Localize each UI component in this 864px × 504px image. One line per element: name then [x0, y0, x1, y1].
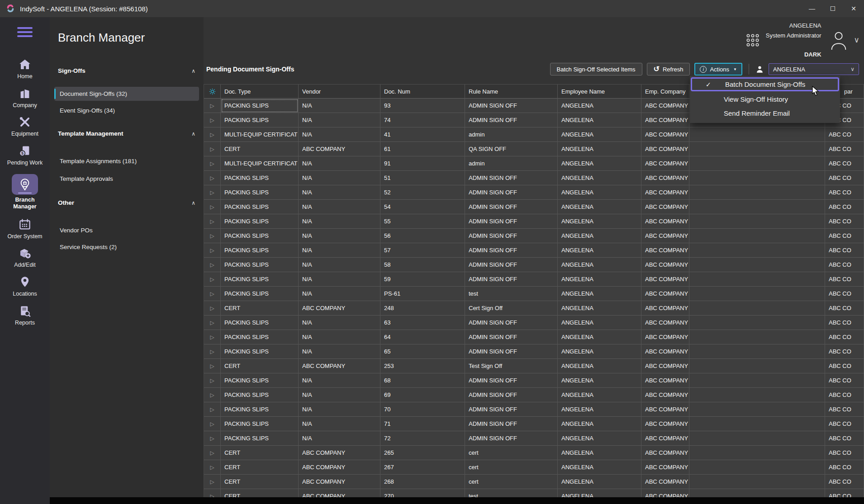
cell-employee-name[interactable]: ANGELENA [558, 171, 641, 185]
table-row[interactable]: ▷ CERT ABC COMPANY 61 QA SIGN OFF ANGELE… [204, 142, 864, 156]
cell-extra[interactable] [689, 214, 825, 229]
table-row[interactable]: ▷ PACKING SLIPS N/A 72 ADMIN SIGN OFF AN… [204, 431, 864, 446]
cell-emp-company[interactable]: ABC COMPANY [641, 243, 689, 258]
cell-extra[interactable] [689, 373, 825, 388]
cell-employee-name[interactable]: ANGELENA [558, 272, 641, 287]
cell-employee-name[interactable]: ANGELENA [558, 127, 641, 142]
cell-employee-name[interactable]: ANGELENA [558, 330, 641, 344]
row-expander[interactable]: ▷ [204, 243, 221, 258]
cell-rule-name[interactable]: admin [465, 156, 558, 171]
actions-button[interactable]: i Actions ▼ [694, 63, 742, 75]
cell-rule-name[interactable]: ADMIN SIGN OFF [465, 171, 558, 185]
cell-doc-type[interactable]: PACKING SLIPS [221, 200, 299, 214]
cell-doc-type[interactable]: CERT [221, 475, 299, 489]
cell-emp-company[interactable]: ABC COMPANY [641, 185, 689, 200]
cell-employee-name[interactable]: ANGELENA [558, 287, 641, 301]
row-expander[interactable]: ▷ [204, 156, 221, 171]
cell-doc-type[interactable]: PACKING SLIPS [221, 185, 299, 200]
cell-doc-num[interactable]: 253 [380, 359, 465, 373]
menu-item-view-sign-off-history[interactable]: View Sign-Off History [690, 92, 840, 106]
table-row[interactable]: ▷ PACKING SLIPS N/A 57 ADMIN SIGN OFF AN… [204, 243, 864, 258]
cell-extra[interactable] [689, 475, 825, 489]
cell-partial[interactable]: ABC CO [825, 475, 864, 489]
cell-doc-type[interactable]: PACKING SLIPS [221, 258, 299, 272]
cell-partial[interactable]: ABC CO [825, 446, 864, 460]
cell-doc-num[interactable]: PS-61 [380, 287, 465, 301]
cell-employee-name[interactable]: ANGELENA [558, 229, 641, 243]
cell-partial[interactable]: ABC CO [825, 229, 864, 243]
cell-vendor[interactable]: N/A [299, 171, 380, 185]
cell-rule-name[interactable]: cert [465, 446, 558, 460]
table-row[interactable]: ▷ PACKING SLIPS N/A PS-61 test ANGELENA … [204, 287, 864, 301]
cell-rule-name[interactable]: ADMIN SIGN OFF [465, 417, 558, 431]
cell-doc-num[interactable]: 61 [380, 142, 465, 156]
cell-rule-name[interactable]: ADMIN SIGN OFF [465, 330, 558, 344]
cell-extra[interactable] [689, 446, 825, 460]
cell-doc-type[interactable]: MULTI-EQUIP CERTIFICAT [221, 156, 299, 171]
cell-partial[interactable]: ABC CO [825, 344, 864, 359]
cell-doc-type[interactable]: PACKING SLIPS [221, 402, 299, 417]
cell-partial[interactable]: ABC CO [825, 316, 864, 330]
cell-vendor[interactable]: ABC COMPANY [299, 446, 380, 460]
cell-employee-name[interactable]: ANGELENA [558, 475, 641, 489]
sidebar-item-locations[interactable]: Locations [0, 275, 50, 298]
cell-doc-num[interactable]: 59 [380, 272, 465, 287]
cell-rule-name[interactable]: ADMIN SIGN OFF [465, 373, 558, 388]
cell-rule-name[interactable]: ADMIN SIGN OFF [465, 344, 558, 359]
sidebar-item-pending-work[interactable]: $ Pending Work [0, 144, 50, 167]
row-expander[interactable]: ▷ [204, 142, 221, 156]
cell-extra[interactable] [689, 200, 825, 214]
panel-item-template-approvals[interactable]: Template Approvals [54, 172, 199, 186]
sidebar-item-home[interactable]: Home [0, 58, 50, 80]
row-expander[interactable]: ▷ [204, 431, 221, 446]
row-expander[interactable]: ▷ [204, 475, 221, 489]
cell-doc-type[interactable]: CERT [221, 359, 299, 373]
cell-emp-company[interactable]: ABC COMPANY [641, 475, 689, 489]
cell-emp-company[interactable]: ABC COMPANY [641, 431, 689, 446]
cell-partial[interactable]: ABC CO [825, 330, 864, 344]
row-expander[interactable]: ▷ [204, 460, 221, 475]
cell-vendor[interactable]: N/A [299, 127, 380, 142]
cell-extra[interactable] [689, 258, 825, 272]
column-header-doc-type[interactable]: Doc. Type [221, 84, 299, 99]
hamburger-menu-icon[interactable] [17, 27, 33, 37]
table-row[interactable]: ▷ MULTI-EQUIP CERTIFICAT N/A 41 admin AN… [204, 127, 864, 142]
cell-rule-name[interactable]: ADMIN SIGN OFF [465, 99, 558, 113]
cell-extra[interactable] [689, 185, 825, 200]
row-expander[interactable]: ▷ [204, 258, 221, 272]
cell-rule-name[interactable]: Test Sign Off [465, 359, 558, 373]
cell-doc-num[interactable]: 57 [380, 243, 465, 258]
cell-doc-type[interactable]: PACKING SLIPS [221, 287, 299, 301]
cell-vendor[interactable]: N/A [299, 214, 380, 229]
cell-partial[interactable]: ABC CO [825, 243, 864, 258]
cell-partial[interactable]: ABC CO [825, 301, 864, 316]
row-expander[interactable]: ▷ [204, 373, 221, 388]
cell-employee-name[interactable]: ANGELENA [558, 243, 641, 258]
cell-rule-name[interactable]: ADMIN SIGN OFF [465, 185, 558, 200]
cell-vendor[interactable]: ABC COMPANY [299, 301, 380, 316]
cell-employee-name[interactable]: ANGELENA [558, 214, 641, 229]
cell-emp-company[interactable]: ABC COMPANY [641, 344, 689, 359]
cell-vendor[interactable]: ABC COMPANY [299, 359, 380, 373]
row-expander[interactable]: ▷ [204, 417, 221, 431]
cell-doc-type[interactable]: CERT [221, 446, 299, 460]
cell-extra[interactable] [689, 330, 825, 344]
cell-extra[interactable] [689, 171, 825, 185]
cell-doc-type[interactable]: PACKING SLIPS [221, 99, 299, 113]
cell-emp-company[interactable]: ABC COMPANY [641, 287, 689, 301]
cell-doc-num[interactable]: 56 [380, 229, 465, 243]
cell-emp-company[interactable]: ABC COMPANY [641, 142, 689, 156]
cell-vendor[interactable]: N/A [299, 330, 380, 344]
section-header-template-management[interactable]: Template Management ∧ [58, 130, 195, 137]
panel-item-template-assignments[interactable]: Template Assignments (181) [54, 154, 199, 168]
cell-partial[interactable]: ABC CO [825, 156, 864, 171]
cell-doc-num[interactable]: 65 [380, 344, 465, 359]
cell-vendor[interactable]: ABC COMPANY [299, 489, 380, 497]
cell-extra[interactable] [689, 489, 825, 497]
cell-extra[interactable] [689, 402, 825, 417]
table-row[interactable]: ▷ PACKING SLIPS N/A 54 ADMIN SIGN OFF AN… [204, 200, 864, 214]
cell-doc-num[interactable]: 41 [380, 127, 465, 142]
cell-extra[interactable] [689, 359, 825, 373]
panel-item-document-sign-offs[interactable]: Document Sign-Offs (32) [54, 87, 199, 101]
section-header-sign-offs[interactable]: Sign-Offs ∧ [58, 67, 195, 74]
